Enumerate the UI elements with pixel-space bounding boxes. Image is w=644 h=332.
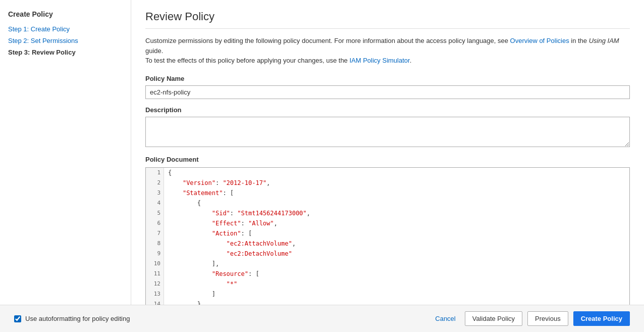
line-number: 10 [146,259,164,269]
desc-text-5: . [410,57,412,64]
code-line: 13 ] [146,289,629,299]
code-line: 4 { [146,198,629,208]
line-number: 7 [146,228,164,239]
description-label: Description [145,106,630,114]
line-content: "ec2:AttachVolume", [164,239,300,249]
line-content: "Resource": [ [164,269,263,279]
line-number: 11 [146,269,164,279]
footer-right: Cancel Validate Policy Previous Create P… [431,311,630,326]
line-content: "Sid": "Stmt1456244173000", [164,208,314,218]
line-content: "Action": [ [164,228,256,239]
line-content: { [164,168,176,178]
policy-name-label: Policy Name [145,75,630,82]
policy-doc-label: Policy Document [145,156,630,163]
desc-text-4: To test the effects of this policy befor… [145,57,349,64]
code-line: 5 "Sid": "Stmt1456244173000", [146,208,629,218]
code-line: 6 "Effect": "Allow", [146,218,629,228]
line-content: "ec2:DetachVolume" [164,249,296,259]
sidebar-item-step2[interactable]: Step 2: Set Permissions [8,37,123,44]
page-title: Review Policy [145,10,630,29]
line-content: "*" [164,279,241,289]
desc-text-3: guide. [145,47,163,55]
autoformat-label[interactable]: Use autoformatting for policy editing [25,315,130,322]
line-number: 6 [146,218,164,228]
policy-name-input[interactable] [145,85,630,99]
sidebar-item-step1[interactable]: Step 1: Create Policy [8,25,123,33]
step2-link[interactable]: Step 2: Set Permissions [8,37,78,44]
desc-text-2: in the [569,37,589,44]
line-number: 3 [146,188,164,198]
line-number: 12 [146,279,164,289]
previous-button[interactable]: Previous [527,311,568,326]
line-number: 2 [146,178,164,188]
code-line: 11 "Resource": [ [146,269,629,279]
line-number: 5 [146,208,164,218]
code-line: 3 "Statement": [ [146,188,629,198]
overview-policies-link[interactable]: Overview of Policies [510,37,569,44]
create-policy-button[interactable]: Create Policy [573,311,630,326]
line-number: 8 [146,239,164,249]
line-content: "Statement": [ [164,188,238,198]
line-content: ], [164,259,223,269]
line-number: 13 [146,289,164,299]
code-line: 10 ], [146,259,629,269]
desc-text-1: Customize permissions by editing the fol… [145,37,510,44]
line-number: 4 [146,198,164,208]
code-line: 9 "ec2:DetachVolume" [146,249,629,259]
description-block: Customize permissions by editing the fol… [145,36,630,66]
line-content: ] [164,289,220,299]
autoformat-checkbox[interactable] [14,315,21,322]
using-iam-italic: Using IAM [589,37,619,44]
validate-policy-button[interactable]: Validate Policy [465,311,522,326]
line-content: "Version": "2012-10-17", [164,178,274,188]
footer: Use autoformatting for policy editing Ca… [0,305,644,332]
cancel-button[interactable]: Cancel [431,313,459,324]
line-content: { [164,198,205,208]
code-line: 2 "Version": "2012-10-17", [146,178,629,188]
line-content: "Effect": "Allow", [164,218,282,228]
line-number: 9 [146,249,164,259]
description-textarea[interactable] [145,117,630,147]
sidebar-item-step3: Step 3: Review Policy [8,49,123,56]
step3-label: Step 3: Review Policy [8,49,76,56]
code-line: 12 "*" [146,279,629,289]
main-content: Review Policy Customize permissions by e… [131,0,644,332]
sidebar: Create Policy Step 1: Create Policy Step… [0,0,131,332]
code-line: 7 "Action": [ [146,228,629,239]
code-line: 8 "ec2:AttachVolume", [146,239,629,249]
iam-policy-simulator-link[interactable]: IAM Policy Simulator [349,57,409,64]
code-line: 1{ [146,168,629,178]
sidebar-title: Create Policy [8,10,123,18]
footer-left: Use autoformatting for policy editing [14,315,130,322]
line-number: 1 [146,168,164,178]
step1-link[interactable]: Step 1: Create Policy [8,25,70,33]
